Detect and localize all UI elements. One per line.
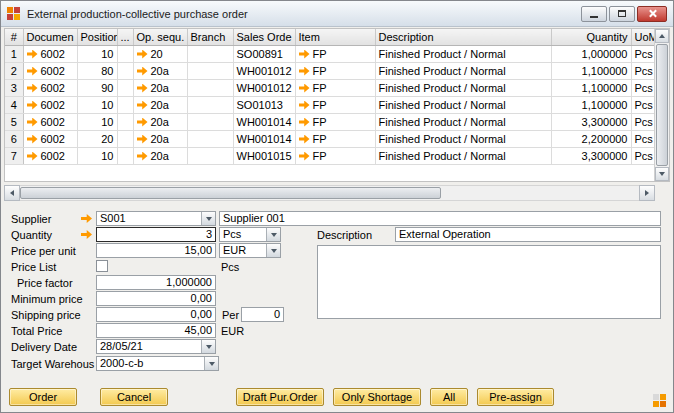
vertical-scrollbar[interactable]: [654, 29, 669, 181]
cell-quantity[interactable]: 1,100000: [551, 62, 631, 79]
cell-num[interactable]: 7: [5, 147, 23, 164]
cell-document[interactable]: 6002: [23, 130, 77, 147]
link-arrow-icon[interactable]: [299, 67, 310, 76]
link-arrow-icon[interactable]: [27, 50, 38, 59]
cell-document[interactable]: 6002: [23, 45, 77, 62]
supplier-combo[interactable]: S001: [96, 211, 216, 226]
link-arrow-icon[interactable]: [137, 50, 148, 59]
horizontal-scrollbar[interactable]: [4, 185, 670, 201]
cell-document[interactable]: 6002: [23, 147, 77, 164]
cell-op_seq[interactable]: 20a: [133, 79, 187, 96]
cell-document[interactable]: 6002: [23, 79, 77, 96]
cell-branch[interactable]: [187, 62, 233, 79]
cell-item[interactable]: FP: [295, 113, 375, 130]
link-arrow-icon[interactable]: [299, 135, 310, 144]
cell-op_seq[interactable]: 20a: [133, 130, 187, 147]
order-button[interactable]: Order: [9, 388, 77, 406]
table-row[interactable]: 660022020aWH001014FPFinished Product / N…: [5, 130, 657, 147]
shipping-price-field[interactable]: 0,00: [96, 307, 216, 322]
link-arrow-icon[interactable]: [137, 135, 148, 144]
cell-dots[interactable]: [117, 96, 133, 113]
cell-document[interactable]: 6002: [23, 62, 77, 79]
cell-item[interactable]: FP: [295, 130, 375, 147]
cell-num[interactable]: 3: [5, 79, 23, 96]
price-per-unit-field[interactable]: 15,00: [96, 243, 216, 258]
cell-position[interactable]: 10: [77, 45, 117, 62]
column-header-dots[interactable]: ...: [117, 29, 133, 45]
column-header-document[interactable]: Documen: [23, 29, 77, 45]
column-header-op_seq[interactable]: Op. sequ.: [133, 29, 187, 45]
link-arrow-icon[interactable]: [137, 118, 148, 127]
link-arrow-icon[interactable]: [299, 101, 310, 110]
link-arrow-icon[interactable]: [137, 101, 148, 110]
cell-position[interactable]: 80: [77, 62, 117, 79]
cell-op_seq[interactable]: 20a: [133, 96, 187, 113]
cell-num[interactable]: 1: [5, 45, 23, 62]
vertical-scroll-thumb[interactable]: [656, 44, 668, 166]
cell-quantity[interactable]: 1,100000: [551, 96, 631, 113]
scroll-left-button[interactable]: [4, 185, 20, 201]
link-arrow-icon[interactable]: [27, 118, 38, 127]
cell-sales_order[interactable]: SO01013: [233, 96, 295, 113]
cell-dots[interactable]: [117, 130, 133, 147]
quantity-uom-combo[interactable]: Pcs: [219, 227, 281, 242]
cell-dots[interactable]: [117, 62, 133, 79]
cell-dots[interactable]: [117, 113, 133, 130]
currency-dropdown-icon[interactable]: [266, 244, 280, 257]
table-row[interactable]: 560021020aWH001014FPFinished Product / N…: [5, 113, 657, 130]
cell-description[interactable]: Finished Product / Normal: [375, 130, 551, 147]
only-shortage-button[interactable]: Only Shortage: [333, 388, 421, 406]
cell-dots[interactable]: [117, 147, 133, 164]
description-field[interactable]: External Operation: [395, 227, 661, 242]
cell-description[interactable]: Finished Product / Normal: [375, 147, 551, 164]
cell-dots[interactable]: [117, 45, 133, 62]
cell-branch[interactable]: [187, 147, 233, 164]
target-warehouse-dropdown-icon[interactable]: [204, 357, 218, 370]
cell-num[interactable]: 5: [5, 113, 23, 130]
cell-quantity[interactable]: 1,100000: [551, 79, 631, 96]
link-arrow-icon[interactable]: [299, 118, 310, 127]
cell-description[interactable]: Finished Product / Normal: [375, 45, 551, 62]
cell-branch[interactable]: [187, 130, 233, 147]
link-arrow-icon[interactable]: [27, 67, 38, 76]
scroll-right-button[interactable]: [639, 185, 655, 201]
column-header-description[interactable]: Description: [375, 29, 551, 45]
table-row[interactable]: 360029020aWH001012FPFinished Product / N…: [5, 79, 657, 96]
link-arrow-icon[interactable]: [137, 84, 148, 93]
delivery-date-dropdown-icon[interactable]: [201, 340, 215, 353]
cell-position[interactable]: 10: [77, 147, 117, 164]
quantity-link-arrow-icon[interactable]: [81, 230, 92, 239]
cell-dots[interactable]: [117, 79, 133, 96]
cell-op_seq[interactable]: 20: [133, 45, 187, 62]
pre-assign-button[interactable]: Pre-assign: [477, 388, 554, 406]
supplier-link-arrow-icon[interactable]: [81, 214, 92, 223]
cell-branch[interactable]: [187, 45, 233, 62]
column-header-branch[interactable]: Branch: [187, 29, 233, 45]
scroll-down-button[interactable]: [655, 167, 669, 181]
total-price-field[interactable]: 45,00: [96, 323, 216, 338]
cell-item[interactable]: FP: [295, 96, 375, 113]
cell-sales_order[interactable]: SO00891: [233, 45, 295, 62]
draft-pur-order-button[interactable]: Draft Pur.Order: [236, 388, 324, 406]
column-header-item[interactable]: Item: [295, 29, 375, 45]
cell-item[interactable]: FP: [295, 45, 375, 62]
cell-sales_order[interactable]: WH001012: [233, 79, 295, 96]
cell-quantity[interactable]: 2,200000: [551, 130, 631, 147]
horizontal-scroll-track[interactable]: [20, 185, 639, 201]
cell-op_seq[interactable]: 20a: [133, 147, 187, 164]
cell-branch[interactable]: [187, 113, 233, 130]
cell-document[interactable]: 6002: [23, 113, 77, 130]
cell-sales_order[interactable]: WH001015: [233, 147, 295, 164]
minimize-button[interactable]: [581, 6, 607, 22]
link-arrow-icon[interactable]: [299, 50, 310, 59]
table-row[interactable]: 760021020aWH001015FPFinished Product / N…: [5, 147, 657, 164]
resize-grip-icon[interactable]: [653, 394, 667, 408]
link-arrow-icon[interactable]: [27, 101, 38, 110]
cell-branch[interactable]: [187, 96, 233, 113]
all-button[interactable]: All: [430, 388, 468, 406]
cell-num[interactable]: 6: [5, 130, 23, 147]
column-header-quantity[interactable]: Quantity: [551, 29, 631, 45]
link-arrow-icon[interactable]: [27, 152, 38, 161]
cell-description[interactable]: Finished Product / Normal: [375, 113, 551, 130]
cell-sales_order[interactable]: WH001014: [233, 113, 295, 130]
